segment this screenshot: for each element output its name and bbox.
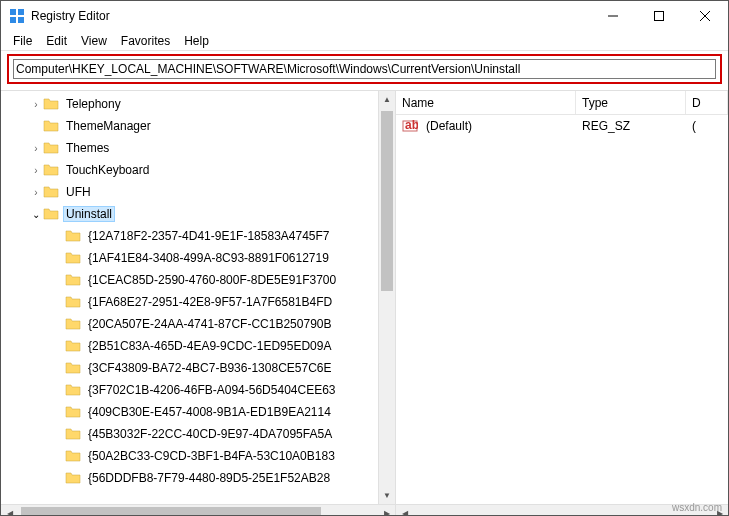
tree-item-label: Uninstall	[63, 206, 115, 222]
scroll-right-arrow-icon[interactable]: ▶	[378, 505, 395, 516]
tree-item-label: {12A718F2-2357-4D41-9E1F-18583A4745F7	[85, 228, 333, 244]
folder-icon	[65, 273, 81, 287]
tree-item[interactable]: {20CA507E-24AA-4741-87CF-CC1B250790B	[1, 313, 395, 335]
window-controls	[590, 1, 728, 31]
tree-item-label: {1AF41E84-3408-499A-8C93-8891F0612719	[85, 250, 332, 266]
tree-item[interactable]: {56DDDFB8-7F79-4480-89D5-25E1F52AB28	[1, 467, 395, 489]
chevron-right-icon[interactable]: ›	[29, 165, 43, 176]
svg-rect-5	[655, 12, 664, 21]
folder-icon	[65, 405, 81, 419]
menu-view[interactable]: View	[75, 32, 113, 50]
tree-item-label: {45B3032F-22CC-40CD-9E97-4DA7095FA5A	[85, 426, 335, 442]
tree-item-label: TouchKeyboard	[63, 162, 152, 178]
folder-icon	[43, 119, 59, 133]
list-item[interactable]: ab (Default) REG_SZ (	[396, 115, 728, 137]
tree-item-label: {56DDDFB8-7F79-4480-89D5-25E1F52AB28	[85, 470, 333, 486]
menu-favorites[interactable]: Favorites	[115, 32, 176, 50]
tree-item[interactable]: ›TouchKeyboard	[1, 159, 395, 181]
menu-file[interactable]: File	[7, 32, 38, 50]
folder-icon	[65, 383, 81, 397]
tree-item-label: Telephony	[63, 96, 124, 112]
column-type[interactable]: Type	[576, 91, 686, 114]
value-data: (	[686, 119, 702, 133]
folder-icon	[65, 361, 81, 375]
tree-item[interactable]: {1CEAC85D-2590-4760-800F-8DE5E91F3700	[1, 269, 395, 291]
addressbar-highlight: Computer\HKEY_LOCAL_MACHINE\SOFTWARE\Mic…	[7, 54, 722, 84]
tree-item[interactable]: {45B3032F-22CC-40CD-9E97-4DA7095FA5A	[1, 423, 395, 445]
chevron-right-icon[interactable]: ›	[29, 187, 43, 198]
tree-item[interactable]: {3F702C1B-4206-46FB-A094-56D5404CEE63	[1, 379, 395, 401]
tree-item-label: {3F702C1B-4206-46FB-A094-56D5404CEE63	[85, 382, 339, 398]
tree-item[interactable]: {3CF43809-BA72-4BC7-B936-1308CE57C6E	[1, 357, 395, 379]
chevron-down-icon[interactable]: ⌄	[29, 209, 43, 220]
tree-item-label: {1FA68E27-2951-42E8-9F57-1A7F6581B4FD	[85, 294, 335, 310]
menu-help[interactable]: Help	[178, 32, 215, 50]
tree-item[interactable]: ›Themes	[1, 137, 395, 159]
tree: ›TelephonyThemeManager›Themes›TouchKeybo…	[1, 91, 395, 489]
menu-edit[interactable]: Edit	[40, 32, 73, 50]
tree-item-label: {50A2BC33-C9CD-3BF1-B4FA-53C10A0B183	[85, 448, 338, 464]
addressbar-input[interactable]: Computer\HKEY_LOCAL_MACHINE\SOFTWARE\Mic…	[13, 59, 716, 79]
close-button[interactable]	[682, 1, 728, 31]
scroll-down-arrow-icon[interactable]: ▼	[379, 487, 395, 504]
tree-item-label: {409CB30E-E457-4008-9B1A-ED1B9EA2114	[85, 404, 334, 420]
maximize-button[interactable]	[636, 1, 682, 31]
folder-icon	[65, 251, 81, 265]
tree-item-label: Themes	[63, 140, 112, 156]
addressbar-container: Computer\HKEY_LOCAL_MACHINE\SOFTWARE\Mic…	[1, 51, 728, 90]
string-value-icon: ab	[402, 118, 418, 134]
tree-item[interactable]: {2B51C83A-465D-4EA9-9CDC-1ED95ED09A	[1, 335, 395, 357]
folder-icon	[43, 163, 59, 177]
folder-icon	[43, 207, 59, 221]
tree-item[interactable]: {50A2BC33-C9CD-3BF1-B4FA-53C10A0B183	[1, 445, 395, 467]
scroll-left-arrow-icon[interactable]: ◀	[1, 505, 18, 516]
menubar: File Edit View Favorites Help	[1, 31, 728, 51]
svg-rect-2	[10, 17, 16, 23]
chevron-right-icon[interactable]: ›	[29, 99, 43, 110]
column-data[interactable]: D	[686, 91, 728, 114]
tree-item[interactable]: {12A718F2-2357-4D41-9E1F-18583A4745F7	[1, 225, 395, 247]
scroll-left-arrow-icon[interactable]: ◀	[396, 505, 413, 516]
minimize-button[interactable]	[590, 1, 636, 31]
folder-icon	[65, 339, 81, 353]
tree-item[interactable]: ThemeManager	[1, 115, 395, 137]
tree-pane: ›TelephonyThemeManager›Themes›TouchKeybo…	[1, 91, 396, 516]
main-split: ›TelephonyThemeManager›Themes›TouchKeybo…	[1, 90, 728, 516]
folder-icon	[43, 97, 59, 111]
folder-icon	[43, 141, 59, 155]
svg-rect-1	[18, 9, 24, 15]
scroll-up-arrow-icon[interactable]: ▲	[379, 91, 395, 108]
tree-item-label: UFH	[63, 184, 94, 200]
list-header: Name Type D	[396, 91, 728, 115]
svg-text:ab: ab	[405, 118, 418, 132]
tree-item[interactable]: ›UFH	[1, 181, 395, 203]
folder-icon	[65, 449, 81, 463]
tree-item-label: {1CEAC85D-2590-4760-800F-8DE5E91F3700	[85, 272, 339, 288]
tree-item[interactable]: ›Telephony	[1, 93, 395, 115]
folder-icon	[65, 229, 81, 243]
regedit-icon	[9, 8, 25, 24]
tree-scrollbar-horizontal[interactable]: ◀ ▶	[1, 504, 395, 516]
value-type: REG_SZ	[576, 119, 686, 133]
folder-icon	[43, 185, 59, 199]
window-title: Registry Editor	[31, 9, 590, 23]
chevron-right-icon[interactable]: ›	[29, 143, 43, 154]
folder-icon	[65, 295, 81, 309]
svg-rect-0	[10, 9, 16, 15]
tree-scrollbar-vertical[interactable]: ▲ ▼	[378, 91, 395, 504]
tree-item[interactable]: {409CB30E-E457-4008-9B1A-ED1B9EA2114	[1, 401, 395, 423]
tree-item-label: ThemeManager	[63, 118, 154, 134]
list-pane: Name Type D ab (Default) REG_SZ ( ◀ ▶	[396, 91, 728, 516]
tree-item[interactable]: {1FA68E27-2951-42E8-9F57-1A7F6581B4FD	[1, 291, 395, 313]
tree-item-label: {3CF43809-BA72-4BC7-B936-1308CE57C6E	[85, 360, 335, 376]
tree-item[interactable]: {1AF41E84-3408-499A-8C93-8891F0612719	[1, 247, 395, 269]
folder-icon	[65, 471, 81, 485]
scroll-thumb[interactable]	[381, 111, 393, 291]
watermark: wsxdn.com	[672, 502, 722, 513]
tree-item-label: {2B51C83A-465D-4EA9-9CDC-1ED95ED09A	[85, 338, 334, 354]
folder-icon	[65, 317, 81, 331]
scroll-thumb-h[interactable]	[21, 507, 321, 516]
tree-item[interactable]: ⌄Uninstall	[1, 203, 395, 225]
column-name[interactable]: Name	[396, 91, 576, 114]
svg-rect-3	[18, 17, 24, 23]
